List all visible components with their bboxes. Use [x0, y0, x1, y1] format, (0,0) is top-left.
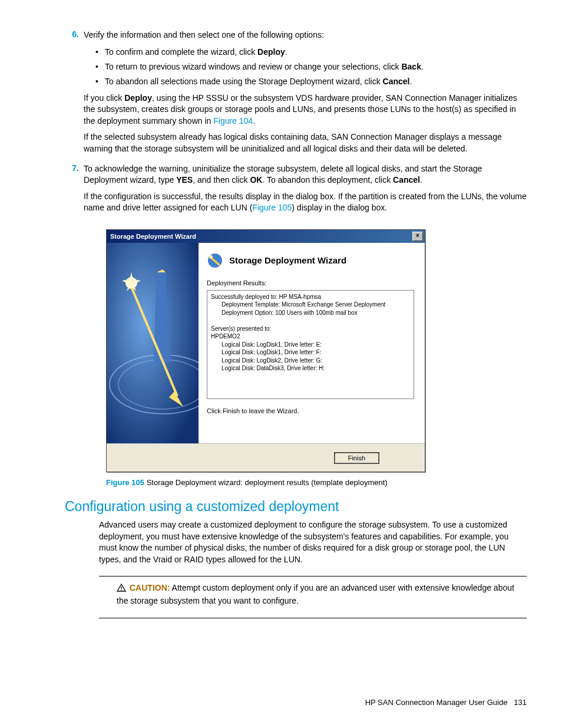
- result-line: Deployment Template: Microsoft Exchange …: [211, 301, 410, 309]
- step-number: 7.: [65, 163, 84, 219]
- dialog-body: Storage Deployment Wizard Deployment Res…: [107, 243, 425, 443]
- page-footer: HP SAN Connection Manager User Guide 131: [365, 698, 527, 707]
- step-6: 6. Verify the information and then selec…: [65, 29, 527, 160]
- dialog-heading: Storage Deployment Wizard: [207, 252, 414, 269]
- bullet-item: To abandon all selections made using the…: [95, 75, 527, 88]
- caution-text: Attempt custom deployment only if you ar…: [117, 583, 514, 605]
- result-line: Deployment Option: 100 Users with 100mb …: [211, 309, 410, 317]
- results-label: Deployment Results:: [207, 279, 414, 286]
- step-text: Verify the information and then select o…: [84, 30, 324, 39]
- dialog-content: Storage Deployment Wizard Deployment Res…: [199, 243, 425, 443]
- bullet-list: To confirm and complete the wizard, clic…: [95, 46, 527, 88]
- figure-link[interactable]: Figure 105: [252, 203, 292, 212]
- step-7: 7. To acknowledge the warning, uninitial…: [65, 163, 527, 219]
- section-paragraph: Advanced users may create a customized d…: [99, 519, 527, 565]
- svg-point-8: [121, 590, 122, 591]
- figure-link[interactable]: Figure 104: [213, 116, 253, 126]
- figure-label: Figure 105: [106, 478, 144, 487]
- paragraph: If the configuration is successful, the …: [84, 191, 527, 214]
- result-line: Successfully deployed to: HP MSA-hpmsa: [211, 293, 410, 301]
- close-button[interactable]: ×: [412, 232, 423, 241]
- paragraph: If the selected subsystem already has lo…: [84, 131, 527, 154]
- caution-block: CAUTION: Attempt custom deployment only …: [117, 582, 527, 607]
- dialog-heading-text: Storage Deployment Wizard: [229, 255, 346, 265]
- figure-caption-text: Storage Deployment wizard: deployment re…: [144, 478, 388, 487]
- wizard-hint: Click Finish to leave the Wizard.: [207, 407, 414, 414]
- step-body: To acknowledge the warning, uninitialize…: [84, 163, 527, 219]
- divider: [99, 576, 527, 577]
- result-line: HPDEMO2: [211, 332, 410, 341]
- figure-caption: Figure 105 Storage Deployment wizard: de…: [106, 478, 527, 487]
- result-line: Logical Disk: DataDisk3, Drive letter: H…: [211, 364, 410, 373]
- result-line: Logical Disk: LogDisk1, Drive letter: F:: [211, 348, 410, 357]
- dialog-title: Storage Deployment Wizard: [110, 233, 196, 240]
- dialog-footer: Finish: [107, 443, 425, 472]
- bullet-item: To return to previous wizard windows and…: [95, 61, 527, 73]
- wizard-icon: [207, 252, 223, 269]
- step-text: To acknowledge the warning, uninitialize…: [84, 163, 527, 186]
- divider: [99, 618, 527, 618]
- step-number: 6.: [65, 29, 84, 160]
- bullet-item: To confirm and complete the wizard, clic…: [95, 46, 527, 58]
- page-number: 131: [514, 698, 527, 707]
- finish-button[interactable]: Finish: [335, 453, 379, 463]
- deployment-results-box: Successfully deployed to: HP MSA-hpmsa D…: [207, 290, 414, 399]
- figure-105: Storage Deployment Wizard ×: [106, 229, 527, 487]
- svg-point-6: [209, 255, 213, 259]
- footer-text: HP SAN Connection Manager User Guide: [365, 698, 508, 707]
- paragraph: If you click Deploy, using the HP SSSU o…: [84, 93, 527, 127]
- caution-label: CAUTION:: [130, 583, 170, 592]
- caution-icon: [117, 584, 126, 595]
- wizard-sidebar-graphic: [107, 243, 199, 443]
- section-heading: Configuration using a customized deploym…: [65, 499, 527, 515]
- result-line: Logical Disk: LogDisk1, Drive letter: E:: [211, 341, 410, 349]
- result-line: Server(s) presented to:: [211, 325, 410, 333]
- storage-deployment-wizard-dialog: Storage Deployment Wizard ×: [106, 229, 425, 472]
- result-line: Logical Disk: LogDisk2, Drive letter: G:: [211, 357, 410, 365]
- dialog-titlebar: Storage Deployment Wizard ×: [107, 230, 425, 243]
- step-body: Verify the information and then select o…: [84, 29, 527, 160]
